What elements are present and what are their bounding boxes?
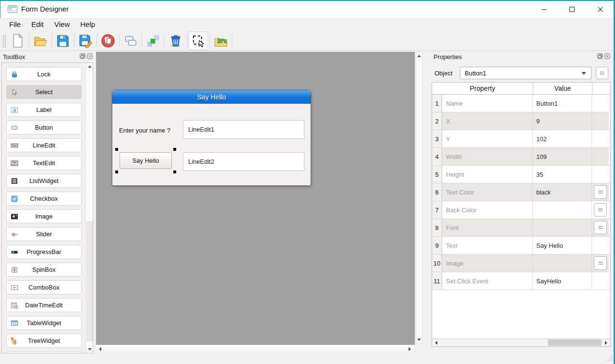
toolbox-item-partial[interactable] [6, 352, 82, 353]
scroll-right-icon[interactable] [406, 345, 413, 353]
scroll-right-icon[interactable] [603, 339, 610, 346]
close-button[interactable] [589, 1, 611, 18]
new-file-button[interactable] [8, 32, 27, 50]
scroll-up-icon[interactable] [86, 63, 93, 70]
property-value-cell[interactable]: Button1 [533, 95, 592, 112]
row-number[interactable]: 10 [432, 255, 442, 272]
selection-handle-bottom-right[interactable] [173, 170, 176, 173]
delete-button[interactable] [166, 32, 185, 50]
float-panel-icon[interactable] [597, 53, 603, 59]
property-value-cell[interactable] [533, 219, 592, 236]
scroll-left-icon[interactable] [96, 345, 104, 353]
toolbox-item-tablewidget[interactable]: TableWidget [6, 316, 82, 330]
property-value-cell[interactable]: Say Hello [533, 237, 592, 254]
save-as-button[interactable] [76, 32, 95, 50]
lineedit1[interactable] [183, 120, 304, 139]
column-header-value[interactable]: Value [533, 83, 592, 94]
toolbox-item-textedit[interactable]: TextTextEdit [6, 156, 82, 170]
menu-file[interactable]: File [4, 19, 26, 30]
row-number[interactable]: 9 [432, 237, 442, 254]
row-number[interactable]: 3 [432, 130, 442, 147]
row-number[interactable]: 2 [432, 112, 442, 130]
menu-help[interactable]: Help [75, 19, 100, 30]
property-value-cell[interactable]: black [533, 183, 592, 201]
say-hello-button[interactable]: Say Hello [120, 152, 172, 169]
menu-view[interactable]: View [49, 19, 75, 30]
properties-scrollbar-thumb[interactable] [548, 340, 602, 346]
object-picker-button[interactable] [596, 67, 608, 79]
save-button[interactable] [53, 32, 72, 50]
toolbox-item-lineedit[interactable]: TextLineEdit [6, 138, 82, 152]
toolbar-grip-handle[interactable] [2, 34, 6, 48]
row-number[interactable]: 1 [432, 95, 442, 112]
toolbox-item-datetimeedit[interactable]: DateTimeEdit [6, 298, 82, 312]
toolbox-item-button[interactable]: Button [6, 121, 82, 134]
duplicate-widgets-button[interactable] [121, 32, 140, 50]
close-panel-icon[interactable] [604, 53, 610, 59]
property-name-cell[interactable]: Back Color [442, 201, 533, 218]
toolbox-item-progressbar[interactable]: ProgressBar [6, 245, 82, 259]
toolbox-item-lock[interactable]: Lock [6, 67, 82, 81]
toolbox-item-spinbox[interactable]: SpinBox [6, 263, 82, 277]
toolbox-scrollbar-thumb[interactable] [86, 221, 93, 341]
menu-edit[interactable]: Edit [26, 19, 49, 30]
lineedit2[interactable] [183, 152, 304, 171]
property-name-cell[interactable]: Font [442, 219, 533, 236]
property-value-cell[interactable]: 35 [533, 166, 592, 183]
property-editor-button[interactable] [594, 256, 607, 270]
object-select-dropdown[interactable]: Button1 [460, 67, 591, 79]
toolbox-scrollbar[interactable] [85, 63, 93, 353]
toolbox-item-listwidget[interactable]: ListWidget [6, 174, 82, 188]
undo-button[interactable] [211, 32, 230, 50]
select-area-button[interactable] [189, 32, 208, 50]
minimize-button[interactable] [533, 1, 555, 18]
row-number[interactable]: 5 [432, 166, 442, 183]
designed-form-window[interactable]: Say Hello Enter your name ? Say Hello [112, 90, 311, 186]
row-number[interactable]: 11 [432, 272, 442, 290]
scroll-left-icon[interactable] [433, 339, 440, 346]
toolbox-item-image[interactable]: Image [6, 209, 82, 223]
selection-handle-top-left[interactable] [115, 148, 118, 151]
property-editor-button[interactable] [594, 185, 607, 199]
maximize-button[interactable] [561, 1, 583, 18]
copy-form-button[interactable] [98, 32, 118, 50]
property-value-cell[interactable]: SayHello [533, 272, 592, 290]
selection-handle-bottom-left[interactable] [115, 170, 118, 173]
property-name-cell[interactable]: Height [442, 166, 533, 183]
property-value-cell[interactable] [533, 255, 592, 272]
property-value-cell[interactable]: 102 [533, 130, 592, 147]
property-value-cell[interactable]: 109 [533, 148, 592, 165]
close-panel-icon[interactable] [87, 53, 93, 59]
properties-horizontal-scrollbar[interactable] [432, 339, 610, 346]
property-name-cell[interactable]: Name [442, 95, 533, 112]
open-file-button[interactable] [31, 32, 50, 50]
scroll-down-icon[interactable] [86, 346, 93, 353]
selection-handle-top-right[interactable] [173, 148, 176, 151]
scroll-down-icon[interactable] [416, 336, 422, 343]
column-header-property[interactable]: Property [432, 83, 533, 94]
toolbox-item-select[interactable]: Select [6, 85, 82, 99]
toolbox-item-slider[interactable]: Slider [6, 227, 82, 241]
window-resize-grip[interactable] [606, 354, 613, 362]
row-number[interactable]: 7 [432, 201, 442, 218]
toolbox-item-checkbox[interactable]: Checkbox [6, 192, 82, 206]
property-name-cell[interactable]: Image [442, 255, 533, 272]
canvas-horizontal-scrollbar[interactable] [96, 345, 414, 352]
toolbox-item-label[interactable]: ALabel [6, 103, 82, 117]
property-name-cell[interactable]: Width [442, 148, 533, 165]
property-value-cell[interactable]: 9 [533, 112, 592, 130]
design-canvas[interactable]: Say Hello Enter your name ? Say Hello [96, 52, 415, 345]
canvas-vertical-scrollbar[interactable] [416, 52, 422, 344]
property-value-cell[interactable] [533, 201, 592, 218]
property-editor-button[interactable] [594, 203, 607, 217]
paste-button[interactable] [144, 32, 163, 50]
property-name-cell[interactable]: X [442, 112, 533, 130]
toolbox-item-combobox[interactable]: ComboBox [6, 280, 82, 294]
property-name-cell[interactable]: Y [442, 130, 533, 147]
float-panel-icon[interactable] [80, 53, 85, 59]
property-editor-button[interactable] [594, 221, 607, 234]
toolbox-item-treewidget[interactable]: TreeWidget [6, 334, 82, 348]
property-name-cell[interactable]: Set Click Event [442, 272, 533, 290]
scroll-up-icon[interactable] [416, 52, 422, 60]
form-prompt-label[interactable]: Enter your name ? [119, 127, 170, 134]
